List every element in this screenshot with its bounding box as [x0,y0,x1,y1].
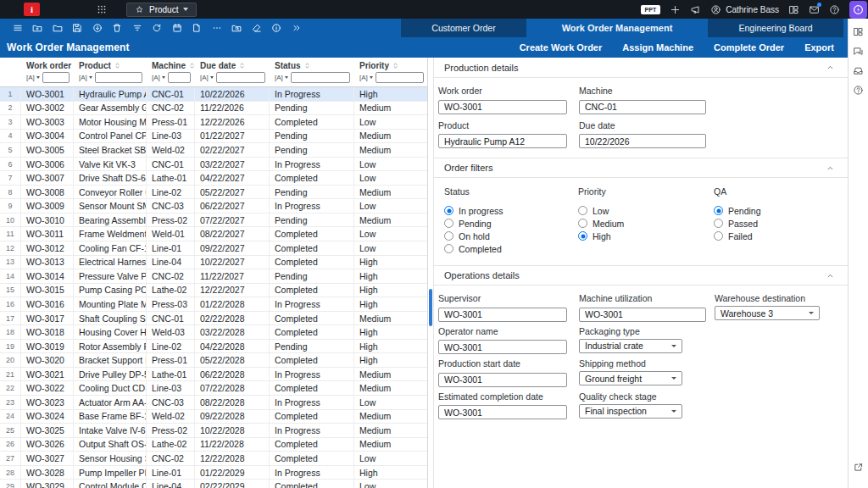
cell-due-date[interactable]: 04/22/2027 [195,171,270,185]
table-row[interactable]: 19WO-3019Rotor Assembly RA-4Line-0204/22… [0,340,427,354]
filter-type-button[interactable]: [A] [26,74,40,81]
cell-status[interactable]: In Progress [270,424,354,437]
cell-status[interactable]: Completed [270,227,354,241]
cell-machine[interactable]: Press-02 [147,214,195,227]
table-row[interactable]: 14WO-3014Pressure Valve PV-4CNC-0211/22/… [0,269,427,284]
menu-button[interactable] [8,19,28,37]
cell-priority[interactable]: Low [354,158,428,171]
table-row[interactable]: 21WO-3021Drive Pulley DP-5Lathe-0106/22/… [0,368,427,382]
cell-status[interactable]: Completed [270,241,354,255]
row-number[interactable]: 2 [0,102,21,115]
table-row[interactable]: 25WO-3025Intake Valve IV-6Press-0210/22/… [0,424,427,438]
cell-due-date[interactable]: 01/22/2029 [195,466,270,480]
cell-priority[interactable]: Medium [354,130,428,143]
calendar-button[interactable] [167,19,187,37]
cell-priority[interactable]: Medium [354,186,428,199]
cell-product[interactable]: Sensor Housing SH-2 [74,452,147,465]
cell-machine[interactable]: Weld-02 [147,410,195,424]
cell-work-order[interactable]: WO-3005 [21,143,74,157]
cell-status[interactable]: Pending [270,130,354,143]
cell-work-order[interactable]: WO-3019 [21,340,74,353]
chevrons-right-button[interactable] [287,19,307,37]
splitter-handle[interactable] [429,289,432,326]
row-number[interactable]: 22 [0,381,21,395]
cell-work-order[interactable]: WO-3009 [21,199,74,213]
delete-button[interactable] [108,19,128,37]
inbox-icon[interactable] [853,65,864,76]
document-button[interactable] [187,19,208,37]
cell-machine[interactable]: Line-04 [147,480,195,488]
cell-status[interactable]: Completed [270,115,354,129]
row-number[interactable]: 12 [0,241,21,255]
filter-input-priority[interactable] [376,72,424,83]
row-number[interactable]: 11 [0,227,21,241]
cell-priority[interactable]: Medium [354,410,428,424]
cell-priority[interactable]: Low [354,171,428,185]
table-row[interactable]: 8WO-3008Conveyor Roller CR2Line-0205/22/… [0,186,427,200]
table-row[interactable]: 26WO-3026Output Shaft OS-4Lathe-0211/22/… [0,438,427,452]
cell-product[interactable]: Valve Kit VK-3 [74,158,147,171]
cell-machine[interactable]: Press-01 [147,353,195,367]
cell-product[interactable]: Hydraulic Pump A12 [74,87,147,101]
table-row[interactable]: 7WO-3007Drive Shaft DS-6Lathe-0104/22/20… [0,171,427,186]
cell-status[interactable]: In Progress [270,396,354,409]
cell-due-date[interactable]: 06/22/2027 [195,199,270,213]
shipping-method-select[interactable]: Ground freight [579,371,682,385]
cell-status[interactable]: Completed [270,312,354,325]
radio-option-high[interactable]: High [578,230,714,242]
cell-status[interactable]: In Progress [270,199,354,213]
cell-status[interactable]: Completed [270,256,354,269]
cell-priority[interactable]: Medium [354,312,428,325]
table-row[interactable]: 1WO-3001Hydraulic Pump A12CNC-0110/22/20… [0,87,427,102]
cell-status[interactable]: Completed [270,284,354,297]
cell-product[interactable]: Actuator Arm AA-7 [74,396,147,409]
more-button[interactable] [207,19,227,37]
cell-work-order[interactable]: WO-3001 [21,87,74,101]
cell-product[interactable]: Bearing Assembly B... [74,214,147,227]
cell-machine[interactable]: Weld-01 [147,227,195,241]
cell-due-date[interactable]: 05/22/2028 [195,353,270,367]
radio-option-low[interactable]: Low [578,204,714,217]
cell-product[interactable]: Gear Assembly GX5 [74,102,147,115]
table-row[interactable]: 12WO-3012Cooling Fan CF-10Line-0109/22/2… [0,241,427,256]
column-header-due-date[interactable]: Due date [195,58,270,70]
assign-machine-button[interactable]: Assign Machine [622,42,693,53]
machine-utilization-input[interactable] [579,308,706,322]
cell-work-order[interactable]: WO-3011 [21,227,74,241]
radio-option-failed[interactable]: Failed [714,230,848,242]
row-number[interactable]: 18 [0,325,21,339]
column-header-status[interactable]: Status [270,58,354,70]
cell-priority[interactable]: Medium [354,143,428,157]
cell-product[interactable]: Sensor Mount SM-8 [74,199,147,213]
cell-machine[interactable]: Line-03 [147,130,195,143]
save-button[interactable] [68,19,88,37]
help-icon[interactable] [829,4,840,15]
cell-due-date[interactable]: 11/22/2028 [195,438,270,452]
cell-product[interactable]: Rotor Assembly RA-4 [74,340,147,353]
cell-status[interactable]: In Progress [270,368,354,381]
cell-due-date[interactable]: 09/22/2028 [195,410,270,424]
tab-work-order-management[interactable]: Work Order Management [526,19,708,37]
row-number[interactable]: 5 [0,143,21,157]
download-circle-button[interactable] [87,19,108,37]
cell-work-order[interactable]: WO-3026 [21,438,74,452]
cell-due-date[interactable]: 10/22/2027 [195,256,270,269]
row-number[interactable]: 3 [0,115,21,129]
cell-priority[interactable]: Medium [354,102,428,115]
row-number[interactable]: 29 [0,480,21,488]
cell-machine[interactable]: Line-03 [147,381,195,395]
cell-product[interactable]: Output Shaft OS-4 [74,438,147,452]
table-row[interactable]: 22WO-3022Cooling Duct CD-3Line-0307/22/2… [0,381,427,396]
cell-product[interactable]: Housing Cover HC-8 [74,325,147,339]
filter-type-button[interactable]: [A] [359,74,373,81]
cell-priority[interactable]: High [354,284,428,297]
announcements-icon[interactable] [690,4,701,15]
cell-work-order[interactable]: WO-3012 [21,241,74,255]
cell-status[interactable]: Pending [270,340,354,353]
cell-due-date[interactable]: 08/22/2027 [195,227,270,241]
filter-input-due-date[interactable] [216,72,265,83]
cell-work-order[interactable]: WO-3004 [21,130,74,143]
production-start-date-input[interactable] [438,373,567,387]
cell-priority[interactable]: Low [354,227,428,241]
cell-due-date[interactable]: 12/22/2027 [195,284,270,297]
